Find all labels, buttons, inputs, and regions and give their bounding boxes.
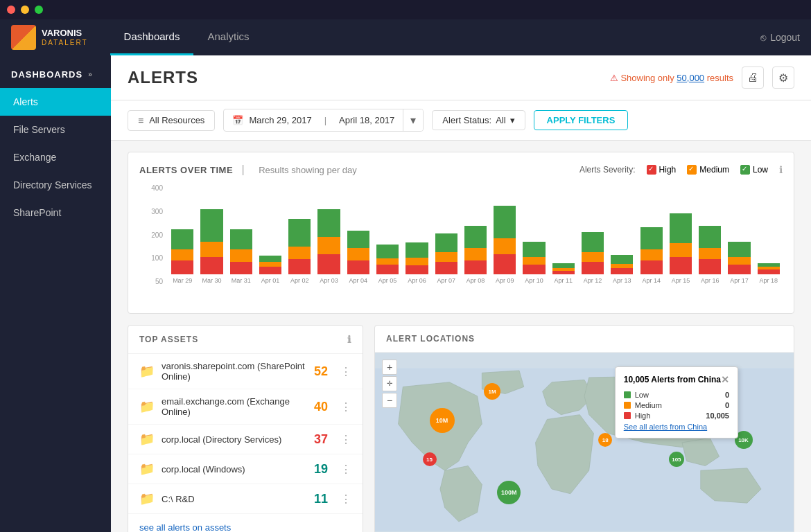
pan-button[interactable]: ✛ xyxy=(382,376,397,391)
tooltip-row-medium: Medium 0 xyxy=(624,401,729,409)
alert-status-button[interactable]: Alert Status: All ▾ xyxy=(432,110,525,130)
sidebar-item-label: SharePoint xyxy=(13,207,61,218)
calendar-icon: 📅 xyxy=(232,115,243,125)
bar-stack xyxy=(317,209,340,274)
sidebar-item-sharepoint[interactable]: SharePoint xyxy=(0,199,111,227)
bar-segment-low xyxy=(376,245,399,258)
bar-segment-high xyxy=(728,265,750,274)
bar-segment-high xyxy=(171,260,193,274)
map-bubble[interactable]: 100M xyxy=(497,481,521,504)
bar-segment-low xyxy=(552,263,575,268)
apply-filters-button[interactable]: APPLY FILTERS xyxy=(534,110,629,130)
bar-segment-high xyxy=(347,260,369,274)
showing-results: ⚠ Showing only 50,000 results xyxy=(610,73,733,83)
legend-medium[interactable]: Medium xyxy=(687,165,729,175)
map-bubble[interactable]: 105 xyxy=(669,452,684,467)
asset-more-button[interactable]: ⋮ xyxy=(340,493,351,506)
bar-stack xyxy=(435,233,457,274)
bar-stack xyxy=(288,219,311,274)
bar-stack xyxy=(728,242,750,274)
warning-icon: ⚠ xyxy=(610,73,618,83)
nav-dashboards[interactable]: Dashboards xyxy=(110,19,194,55)
legend-low[interactable]: Low xyxy=(740,165,768,175)
settings-button[interactable]: ⚙ xyxy=(772,66,794,89)
legend-high[interactable]: High xyxy=(647,165,677,175)
asset-row: 📁C:\ R&D11⋮ xyxy=(128,484,363,514)
bar-segment-high xyxy=(259,267,281,274)
nav-analytics[interactable]: Analytics xyxy=(193,19,263,55)
bar-segment-low xyxy=(230,229,252,249)
map-bubble[interactable]: 10M xyxy=(430,408,455,433)
bar-date-label: Apr 05 xyxy=(378,277,397,284)
bar-group: Apr 18 xyxy=(755,184,783,284)
tooltip-header: 10,005 Alerts from China ✕ xyxy=(624,374,729,385)
chart-info-icon[interactable]: ℹ xyxy=(779,164,783,175)
zoom-in-button[interactable]: + xyxy=(382,360,397,375)
sidebar-item-label: Exchange xyxy=(13,152,56,163)
map-bubble[interactable]: 15 xyxy=(423,452,437,466)
see-all-assets-link[interactable]: see all alerts on assets xyxy=(128,514,363,532)
zoom-out-button[interactable]: − xyxy=(382,393,397,408)
filters-bar: ≡ All Resources 📅 March 29, 2017 | April… xyxy=(111,100,811,141)
bar-segment-medium xyxy=(200,242,223,257)
date-start-field[interactable]: 📅 March 29, 2017 xyxy=(224,111,320,130)
bar-segment-medium xyxy=(435,252,457,262)
asset-more-button[interactable]: ⋮ xyxy=(340,463,351,476)
date-dropdown-button[interactable]: ▾ xyxy=(403,109,423,131)
bar-date-label: Apr 09 xyxy=(496,277,514,284)
china-tooltip: 10,005 Alerts from China ✕ Low 0 Medium … xyxy=(615,366,738,438)
tooltip-close-button[interactable]: ✕ xyxy=(721,374,729,385)
sidebar-item-file-servers[interactable]: File Servers xyxy=(0,116,111,143)
sidebar-item-alerts[interactable]: Alerts xyxy=(0,88,111,116)
date-end-field[interactable]: April 18, 2017 xyxy=(331,111,403,130)
medium-checkbox[interactable] xyxy=(687,165,697,175)
sidebar-item-label: Directory Services xyxy=(13,179,92,190)
bar-segment-medium xyxy=(317,237,340,254)
bar-date-label: Apr 13 xyxy=(613,277,631,284)
bar-segment-medium xyxy=(230,249,252,262)
sidebar-item-exchange[interactable]: Exchange xyxy=(0,143,111,171)
date-range-picker[interactable]: 📅 March 29, 2017 | April 18, 2017 ▾ xyxy=(223,109,424,132)
bar-date-label: Apr 04 xyxy=(349,277,368,284)
bar-segment-high xyxy=(406,265,428,274)
asset-more-button[interactable]: ⋮ xyxy=(340,400,351,414)
map-bubble[interactable]: 18 xyxy=(598,433,612,447)
bar-date-label: Apr 02 xyxy=(290,277,309,284)
see-all-china-link[interactable]: See all alerts from China xyxy=(624,423,729,431)
minimize-dot[interactable] xyxy=(21,6,29,14)
bar-segment-high xyxy=(200,257,223,274)
asset-name: email.exchange.com (Exchange Online) xyxy=(162,396,307,417)
bar-segment-high xyxy=(758,269,780,274)
bar-group: Apr 14 xyxy=(638,184,665,284)
assets-info-icon[interactable]: ℹ xyxy=(347,334,351,345)
asset-more-button[interactable]: ⋮ xyxy=(340,365,351,378)
sidebar-item-label: Alerts xyxy=(13,96,38,107)
asset-more-button[interactable]: ⋮ xyxy=(340,433,351,446)
low-checkbox[interactable] xyxy=(740,165,750,175)
bar-segment-high xyxy=(317,254,340,274)
bar-group: Mar 31 xyxy=(227,184,255,284)
sidebar-item-directory-services[interactable]: Directory Services xyxy=(0,171,111,199)
bar-segment-high xyxy=(670,257,692,274)
asset-count: 40 xyxy=(314,400,328,414)
map-bubble[interactable]: 1M xyxy=(484,383,500,400)
bar-segment-medium xyxy=(728,257,750,265)
all-resources-button[interactable]: ≡ All Resources xyxy=(128,110,215,131)
bar-group: Apr 01 xyxy=(256,184,284,284)
bar-stack xyxy=(494,206,516,274)
bar-segment-medium xyxy=(699,248,721,259)
folder-icon: 📁 xyxy=(139,399,155,414)
logout-icon: ⎋ xyxy=(760,32,766,43)
header-right: ⚠ Showing only 50,000 results 🖨 ⚙ xyxy=(610,66,794,89)
bar-segment-medium xyxy=(640,249,663,260)
logo-text: VARONIS DATALERT xyxy=(42,28,88,46)
y-axis-label: 400 xyxy=(151,184,163,192)
sidebar: DASHBOARDS » Alerts File Servers Exchang… xyxy=(0,55,111,532)
high-checkbox[interactable] xyxy=(647,165,656,175)
close-dot[interactable] xyxy=(7,6,15,14)
logout-button[interactable]: ⎋ Logout xyxy=(760,32,800,43)
print-button[interactable]: 🖨 xyxy=(742,66,764,89)
folder-icon: 📁 xyxy=(139,491,155,506)
maximize-dot[interactable] xyxy=(35,6,43,14)
page-title: ALERTS xyxy=(128,68,198,87)
